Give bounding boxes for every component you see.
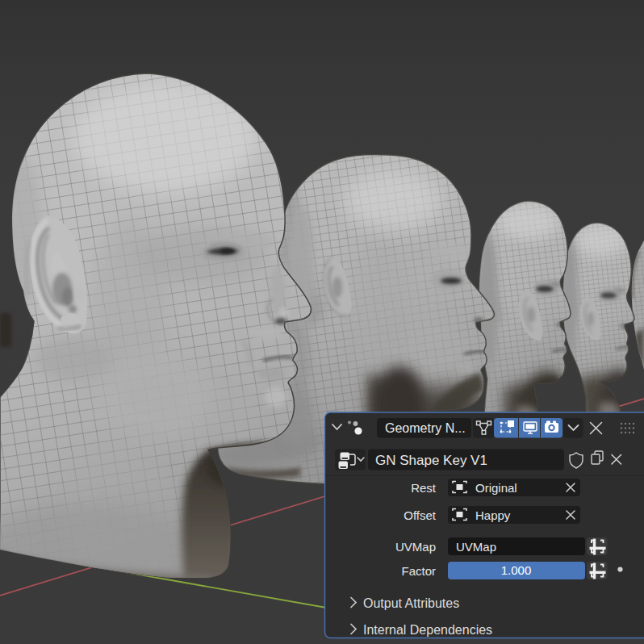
svg-text:UVMap: UVMap [395,540,436,554]
svg-text:Output Attributes: Output Attributes [363,596,459,610]
svg-text:GN Shape Key V1: GN Shape Key V1 [375,453,487,468]
svg-text:Happy: Happy [475,508,511,522]
svg-text:Factor: Factor [401,564,436,578]
svg-text:Offset: Offset [404,508,437,522]
svg-text:Internal Dependencies: Internal Dependencies [363,623,492,637]
svg-text:Rest: Rest [411,481,437,495]
svg-text:Original: Original [475,481,517,495]
svg-text:1.000: 1.000 [501,563,532,577]
svg-text:Geometry N...: Geometry N... [385,421,466,435]
svg-text:UVMap: UVMap [456,540,496,554]
